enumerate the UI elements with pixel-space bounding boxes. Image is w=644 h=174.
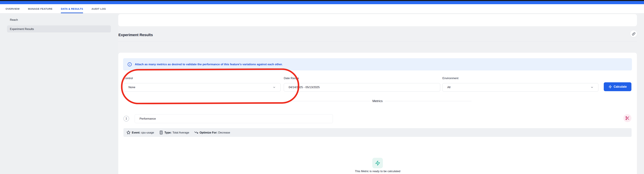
main-panel: Experiment Results Attach as many metric… [118,13,644,174]
sidebar: Reach Experiment Results [0,13,118,174]
divider-line [284,101,370,101]
control-select-value: None [128,86,135,89]
experiment-results-card: Attach as many metrics as desired to val… [118,53,637,174]
optimize-for-value: Decrease [218,131,230,134]
tab-audit-log[interactable]: AUDIT LOG [92,4,106,13]
sidebar-item-experiment-results[interactable]: Experiment Results [7,25,111,32]
metric-optimize-group: Optimize For: Decrease [194,131,230,135]
chevron-down-icon [273,86,276,89]
calculate-button-label: Calculate [614,85,627,88]
lightning-bolt-icon [608,85,612,88]
info-icon [128,62,132,67]
tab-data-results[interactable]: DATA & RESULTS [61,4,83,13]
ready-lightning-badge [372,158,383,168]
control-label: Control [124,77,133,80]
chevron-down-icon [590,86,594,89]
sidebar-item-reach[interactable]: Reach [7,16,111,23]
tab-manage-feature[interactable]: MANAGE FEATURE [28,4,52,13]
metric-index-badge: 1 [124,116,129,121]
metric-event-group: Event: cpu-usage [126,131,154,135]
calculator-icon [159,131,163,135]
environment-select[interactable]: All [442,83,598,91]
divider-line [385,101,472,101]
scissors-icon [625,116,630,120]
info-banner-text: Attach as many metrics as desired to val… [135,63,282,66]
metric-name-input[interactable] [135,114,333,123]
top-brand-bar [0,1,644,4]
tab-overview[interactable]: OVERVIEW [6,4,20,13]
metric-type-group: Type: Total Average [159,131,189,135]
title-divider [118,42,637,42]
metrics-section-divider: Metrics [284,99,472,103]
metric-detail-bar: Event: cpu-usage Type: Total Average [124,128,632,137]
link-icon [632,32,636,36]
environment-select-value: All [447,86,450,89]
info-banner: Attach as many metrics as desired to val… [123,58,632,71]
date-range-input[interactable] [284,83,440,91]
control-select[interactable]: None [124,83,280,91]
metric-ready-text: This Metric is ready to be calculated [355,170,400,173]
scrolled-card-remnant [118,14,637,26]
content-area: Reach Experiment Results Experiment Resu… [0,13,644,174]
calculate-button[interactable]: Calculate [604,82,632,91]
metrics-section-title: Metrics [372,99,382,103]
copy-link-button[interactable] [630,30,637,37]
event-value: cpu-usage [141,131,154,134]
event-label: Event: [132,131,140,134]
remove-metric-button[interactable] [623,114,632,122]
date-range-label: Date Range [284,77,299,80]
metric-ready-state: This Metric is ready to be calculated [118,158,637,173]
star-icon [126,131,130,135]
lightning-bolt-icon [375,161,380,166]
type-value: Total Average [172,131,189,134]
type-label: Type: [164,131,172,134]
page-title: Experiment Results [118,33,153,37]
optimize-for-label: Optimize For: [200,131,217,134]
environment-label: Environment [442,77,458,80]
feature-tabbar: OVERVIEW MANAGE FEATURE DATA & RESULTS A… [0,4,644,13]
trending-down-icon [194,131,198,135]
